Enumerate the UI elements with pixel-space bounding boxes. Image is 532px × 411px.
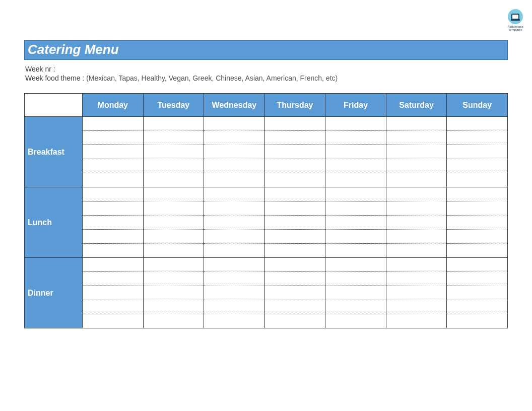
cell-lunch-monday[interactable]	[83, 187, 144, 258]
entry-line[interactable]	[265, 145, 325, 159]
entry-line[interactable]	[204, 159, 264, 173]
cell-dinner-tuesday[interactable]	[143, 258, 204, 328]
entry-line[interactable]	[204, 230, 264, 244]
cell-dinner-saturday[interactable]	[386, 258, 447, 328]
entry-line[interactable]	[325, 258, 386, 272]
entry-line[interactable]	[325, 300, 386, 314]
cell-breakfast-saturday[interactable]	[386, 117, 447, 187]
cell-breakfast-wednesday[interactable]	[204, 117, 265, 187]
entry-line[interactable]	[386, 187, 447, 201]
cell-lunch-sunday[interactable]	[447, 187, 508, 258]
cell-lunch-friday[interactable]	[325, 187, 386, 258]
entry-line[interactable]	[386, 131, 447, 145]
entry-line[interactable]	[325, 216, 386, 230]
entry-line[interactable]	[447, 117, 507, 131]
cell-dinner-wednesday[interactable]	[204, 258, 265, 328]
cell-breakfast-monday[interactable]	[83, 117, 144, 187]
entry-line[interactable]	[447, 314, 507, 328]
entry-line[interactable]	[325, 159, 386, 173]
entry-line[interactable]	[83, 131, 143, 145]
entry-line[interactable]	[325, 286, 386, 300]
cell-breakfast-tuesday[interactable]	[143, 117, 204, 187]
entry-line[interactable]	[325, 244, 386, 257]
cell-breakfast-friday[interactable]	[325, 117, 386, 187]
entry-line[interactable]	[325, 117, 386, 131]
entry-line[interactable]	[83, 300, 143, 314]
entry-line[interactable]	[325, 131, 386, 145]
entry-line[interactable]	[144, 145, 204, 159]
entry-line[interactable]	[447, 131, 507, 145]
entry-line[interactable]	[265, 286, 325, 300]
entry-line[interactable]	[386, 216, 447, 230]
entry-line[interactable]	[386, 230, 447, 244]
entry-line[interactable]	[204, 187, 264, 201]
cell-dinner-thursday[interactable]	[264, 258, 325, 328]
entry-line[interactable]	[204, 145, 264, 159]
entry-line[interactable]	[83, 216, 143, 230]
entry-line[interactable]	[447, 173, 507, 187]
entry-line[interactable]	[204, 300, 264, 314]
cell-lunch-tuesday[interactable]	[143, 187, 204, 258]
entry-line[interactable]	[265, 187, 325, 201]
entry-line[interactable]	[83, 173, 143, 187]
entry-line[interactable]	[386, 173, 447, 187]
entry-line[interactable]	[325, 230, 386, 244]
entry-line[interactable]	[447, 258, 507, 272]
entry-line[interactable]	[325, 145, 386, 159]
entry-line[interactable]	[83, 272, 143, 286]
entry-line[interactable]	[386, 145, 447, 159]
entry-line[interactable]	[265, 173, 325, 187]
entry-line[interactable]	[144, 272, 204, 286]
entry-line[interactable]	[447, 272, 507, 286]
entry-line[interactable]	[447, 201, 507, 216]
entry-line[interactable]	[325, 201, 386, 216]
entry-line[interactable]	[386, 258, 447, 272]
entry-line[interactable]	[265, 131, 325, 145]
entry-line[interactable]	[144, 117, 204, 131]
entry-line[interactable]	[144, 131, 204, 145]
entry-line[interactable]	[265, 258, 325, 272]
entry-line[interactable]	[83, 258, 143, 272]
cell-lunch-thursday[interactable]	[264, 187, 325, 258]
entry-line[interactable]	[144, 258, 204, 272]
cell-lunch-saturday[interactable]	[386, 187, 447, 258]
entry-line[interactable]	[447, 244, 507, 257]
entry-line[interactable]	[265, 159, 325, 173]
entry-line[interactable]	[83, 314, 143, 328]
entry-line[interactable]	[144, 300, 204, 314]
entry-line[interactable]	[447, 230, 507, 244]
entry-line[interactable]	[386, 244, 447, 257]
cell-dinner-sunday[interactable]	[447, 258, 508, 328]
entry-line[interactable]	[83, 187, 143, 201]
entry-line[interactable]	[386, 286, 447, 300]
entry-line[interactable]	[386, 159, 447, 173]
entry-line[interactable]	[83, 117, 143, 131]
entry-line[interactable]	[204, 216, 264, 230]
entry-line[interactable]	[265, 230, 325, 244]
entry-line[interactable]	[144, 201, 204, 216]
cell-dinner-friday[interactable]	[325, 258, 386, 328]
entry-line[interactable]	[447, 216, 507, 230]
entry-line[interactable]	[144, 244, 204, 257]
entry-line[interactable]	[83, 244, 143, 257]
entry-line[interactable]	[83, 159, 143, 173]
entry-line[interactable]	[83, 145, 143, 159]
cell-lunch-wednesday[interactable]	[204, 187, 265, 258]
entry-line[interactable]	[447, 159, 507, 173]
entry-line[interactable]	[265, 244, 325, 257]
entry-line[interactable]	[204, 272, 264, 286]
entry-line[interactable]	[144, 159, 204, 173]
entry-line[interactable]	[386, 314, 447, 328]
entry-line[interactable]	[144, 216, 204, 230]
entry-line[interactable]	[204, 314, 264, 328]
entry-line[interactable]	[265, 300, 325, 314]
entry-line[interactable]	[447, 300, 507, 314]
entry-line[interactable]	[265, 216, 325, 230]
entry-line[interactable]	[447, 286, 507, 300]
entry-line[interactable]	[204, 244, 264, 257]
entry-line[interactable]	[325, 173, 386, 187]
entry-line[interactable]	[204, 117, 264, 131]
entry-line[interactable]	[447, 187, 507, 201]
entry-line[interactable]	[144, 314, 204, 328]
cell-breakfast-sunday[interactable]	[447, 117, 508, 187]
